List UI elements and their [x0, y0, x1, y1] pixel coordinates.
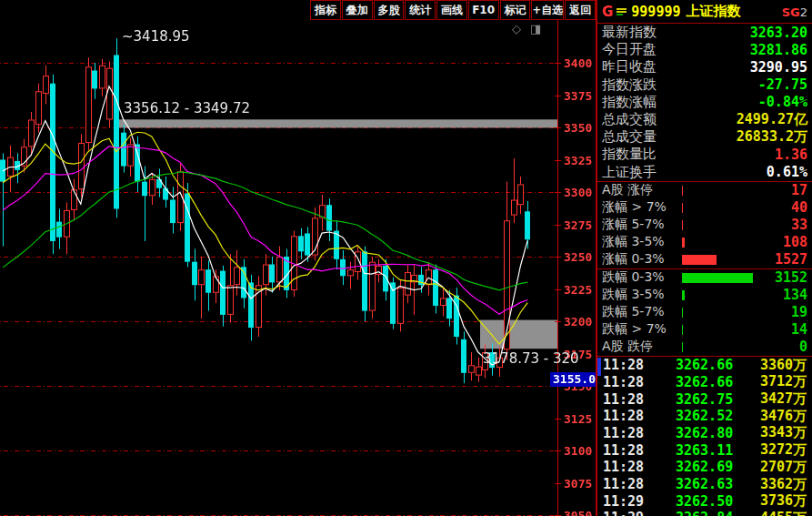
tick-volume: 3427万: [759, 390, 807, 408]
tick-row: 11:283262.633362万: [597, 476, 812, 493]
breadth-label: 跌幅 0-3%: [602, 269, 682, 286]
breadth-value: 0: [683, 339, 807, 355]
y-axis-label: 3275: [564, 218, 592, 232]
breadth-bar: [682, 273, 753, 283]
quote-value: -27.75: [758, 76, 807, 93]
breadth-label: 跌幅 3-5%: [602, 287, 682, 303]
y-axis-label: 3050: [564, 509, 592, 516]
quote-rows: 最新指数3263.20今日开盘3281.86昨日收盘3290.95指数涨跌-27…: [597, 24, 812, 181]
tick-price: 3262.75: [676, 391, 759, 408]
menu-icon[interactable]: [617, 7, 627, 16]
y-axis-label: 3100: [564, 444, 592, 458]
quote-value: 0.61%: [767, 164, 807, 180]
tick-row: 11:283262.523476万: [597, 408, 812, 425]
toolbar-button-F10[interactable]: F10: [468, 0, 499, 20]
tick-volume: 3362万: [759, 476, 807, 493]
g-indicator: G: [602, 4, 613, 20]
breadth-label: 涨幅 0-3%: [602, 251, 682, 268]
breadth-up-section: A股 涨停17涨幅 > 7%40涨幅 5-7%33涨幅 3-5%108涨幅 0-…: [597, 181, 812, 269]
quote-row: 总成交额2499.27亿: [597, 111, 812, 128]
breadth-value: 108: [685, 234, 807, 250]
y-axis-label: 3225: [564, 283, 592, 297]
tick-volume: 3272万: [759, 441, 807, 459]
y-axis-label: 3200: [564, 315, 592, 329]
breadth-label: A股 涨停: [602, 182, 682, 198]
breadth-row: 跌幅 5-7%19: [597, 304, 812, 321]
breadth-bar: [682, 255, 717, 265]
breadth-value: 17: [683, 182, 807, 198]
quote-row: 指数涨幅-0.84%: [597, 94, 812, 111]
breadth-row: 涨幅 0-3%1527: [597, 251, 812, 268]
tick-price: 3263.11: [676, 442, 759, 459]
quote-label: 今日开盘: [602, 41, 750, 58]
tick-time: 11:28: [603, 425, 676, 441]
breadth-value: 3152: [753, 269, 807, 286]
breadth-label: 涨幅 > 7%: [602, 199, 682, 216]
toolbar-button-标记[interactable]: 标记: [500, 0, 531, 20]
quote-label: 指数量比: [602, 146, 775, 163]
quote-value: 3281.86: [750, 42, 807, 58]
split-panel-icon[interactable]: ◨: [530, 23, 541, 35]
stock-name: 上证指数: [687, 3, 782, 20]
tick-row: 11:283262.692707万: [597, 459, 812, 476]
y-axis-label: 3125: [564, 412, 592, 426]
tick-volume: 3360万: [759, 357, 807, 374]
peak-annotation: ~3418.95: [122, 28, 190, 45]
breadth-row: 跌幅 3-5%134: [597, 287, 812, 304]
tick-price: 3262.66: [676, 357, 759, 373]
tick-scrollbar-thumb[interactable]: [597, 358, 601, 376]
quote-row: 今日开盘3281.86: [597, 41, 812, 58]
breadth-row: 涨幅 5-7%33: [597, 217, 812, 234]
quote-value: 3290.95: [750, 59, 807, 76]
tick-volume: 3712万: [759, 373, 807, 390]
tick-row: 11:293262.503736万: [597, 492, 812, 510]
quote-label: 总成交量: [602, 128, 737, 146]
toolbar-button-画线[interactable]: 画线: [436, 0, 467, 20]
y-axis-label: 3250: [564, 250, 592, 264]
quote-label: 指数涨跌: [602, 76, 758, 94]
tick-volume: 2707万: [759, 459, 807, 476]
quote-value: 1.36: [775, 147, 807, 163]
y-axis-label: 3300: [564, 186, 592, 199]
breadth-row: 涨幅 > 7%40: [597, 199, 812, 217]
tick-volume: 3343万: [759, 424, 807, 441]
kline-canvas[interactable]: [0, 20, 596, 516]
quote-value: -0.84%: [758, 94, 807, 110]
y-axis-label: 3325: [564, 154, 592, 167]
tick-row: 11:283263.113272万: [597, 441, 812, 459]
toolbar-button-+自选[interactable]: +自选: [531, 0, 564, 20]
tick-volume: 3736万: [759, 492, 807, 510]
tick-row: 11:283262.663360万: [597, 357, 812, 374]
quote-header[interactable]: G 999999 上证指数 SG2: [597, 0, 812, 24]
breadth-row: A股 跌停0: [597, 339, 812, 356]
tick-time: 11:29: [603, 493, 676, 510]
breadth-value: 134: [685, 287, 807, 303]
breadth-value: 1527: [717, 251, 807, 268]
stock-code: 999999: [631, 4, 680, 20]
tick-row: 11:283262.753427万: [597, 390, 812, 408]
quote-label: 上证换手: [602, 164, 767, 181]
tick-price: 3262.66: [676, 374, 759, 390]
tick-volume: 4455万: [759, 510, 807, 516]
toolbar-button-叠加[interactable]: 叠加: [342, 0, 373, 20]
tick-time: 11:28: [603, 374, 676, 390]
tick-price: 3262.63: [676, 476, 759, 492]
quote-row: 指数量比1.36: [597, 146, 812, 163]
gap-zone-label: 3356.12 - 3349.72: [124, 100, 250, 116]
diamond-icon[interactable]: ◇: [512, 23, 521, 35]
toolbar-button-返回[interactable]: 返回: [565, 0, 596, 20]
tick-row: 11:293262.844455万: [597, 510, 812, 516]
tick-price: 3262.84: [676, 510, 759, 516]
toolbar-button-统计[interactable]: 统计: [405, 0, 436, 20]
tick-volume: 3476万: [759, 408, 807, 425]
breadth-value: 33: [683, 217, 807, 233]
toolbar-button-多股[interactable]: 多股: [374, 0, 405, 20]
support-zone-label: 3178.73 - 320: [483, 350, 579, 367]
quote-row: 指数涨跌-27.75: [597, 76, 812, 94]
tick-time: 11:29: [603, 510, 676, 516]
toolbar-button-指标[interactable]: 指标: [310, 0, 341, 20]
tick-price: 3262.52: [676, 408, 759, 424]
breadth-label: A股 跌停: [602, 339, 682, 355]
breadth-label: 跌幅 5-7%: [602, 304, 682, 320]
tick-time: 11:28: [603, 442, 676, 459]
